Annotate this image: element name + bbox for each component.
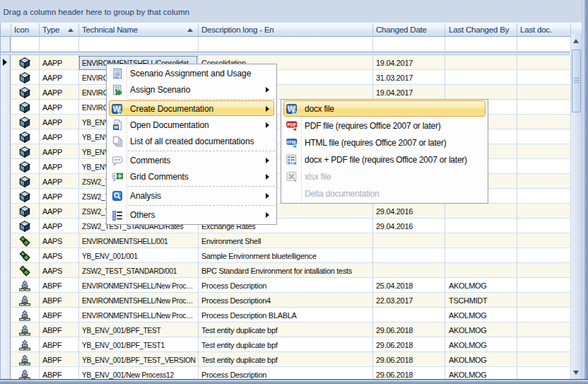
svg-text:w: w <box>113 124 118 130</box>
svg-text:PDF: PDF <box>287 122 296 127</box>
svg-text:HTML: HTML <box>287 140 298 144</box>
